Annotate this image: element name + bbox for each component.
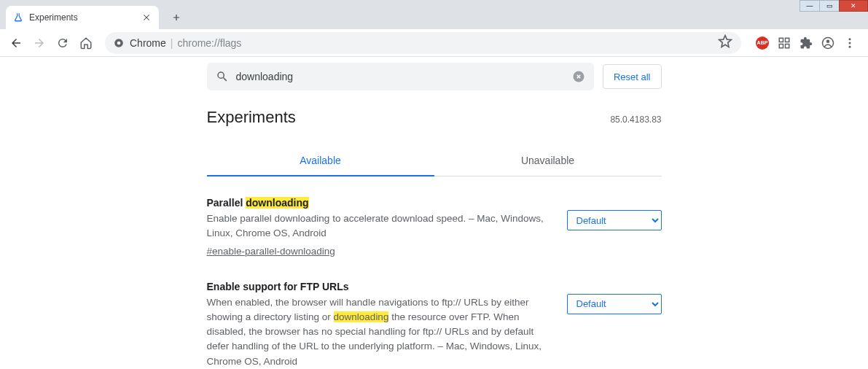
flags-list: Parallel downloading Enable parallel dow…: [207, 197, 662, 369]
search-row: Reset all: [207, 63, 662, 90]
profile-avatar-icon[interactable]: [821, 36, 834, 50]
highlight-text: downloading: [334, 311, 389, 322]
flags-search-box[interactable]: [207, 63, 594, 90]
grid-extension-icon[interactable]: [778, 36, 791, 50]
svg-rect-4: [779, 44, 783, 47]
back-button[interactable]: [6, 33, 26, 53]
address-divider: |: [171, 37, 173, 49]
page-title: Experiments: [207, 108, 296, 127]
clear-search-icon[interactable]: [572, 70, 585, 83]
svg-point-10: [849, 45, 851, 47]
flag-item: Parallel downloading Enable parallel dow…: [207, 197, 662, 257]
svg-point-1: [117, 41, 121, 44]
tab-available[interactable]: Available: [207, 146, 434, 176]
extension-icons: ABP: [750, 36, 862, 50]
tab-unavailable[interactable]: Unavailable: [434, 146, 662, 176]
window-maximize-button[interactable]: ▭: [819, 0, 840, 12]
page-content: Reset all Experiments 85.0.4183.83 Avail…: [0, 57, 868, 369]
window-minimize-button[interactable]: —: [799, 0, 820, 12]
browser-toolbar: Chrome | chrome://flags ABP: [0, 29, 868, 57]
address-text: Chrome | chrome://flags: [130, 37, 241, 49]
search-icon: [216, 70, 229, 83]
reload-button[interactable]: [52, 33, 73, 53]
flask-icon: [13, 12, 23, 23]
svg-rect-5: [786, 44, 789, 47]
window-controls: — ▭ ✕: [800, 0, 868, 9]
flag-item: Enable support for FTP URLs When enabled…: [207, 281, 662, 370]
bookmark-star-icon[interactable]: [718, 34, 732, 52]
menu-dots-icon[interactable]: [843, 36, 856, 50]
forward-button[interactable]: [29, 33, 50, 53]
reset-all-button[interactable]: Reset all: [603, 64, 662, 89]
abp-extension-icon[interactable]: ABP: [756, 36, 769, 50]
address-bar[interactable]: Chrome | chrome://flags: [105, 32, 741, 54]
flag-select[interactable]: Default: [567, 210, 662, 230]
tab-strip: Experiments: [0, 0, 868, 29]
flag-title: Enable support for FTP URLs: [207, 281, 552, 292]
svg-rect-3: [786, 38, 789, 42]
page-header: Experiments 85.0.4183.83: [207, 108, 662, 127]
flag-anchor-link[interactable]: #enable-parallel-downloading: [207, 246, 335, 257]
tab-title: Experiments: [29, 12, 141, 23]
address-prefix: Chrome: [130, 37, 166, 49]
search-input[interactable]: [236, 71, 572, 82]
version-label: 85.0.4183.83: [610, 114, 661, 125]
window-close-button[interactable]: ✕: [839, 0, 868, 12]
home-button[interactable]: [76, 33, 96, 53]
flag-description: When enabled, the browser will handle na…: [207, 295, 552, 369]
browser-tab-active[interactable]: Experiments: [6, 6, 159, 29]
puzzle-extension-icon[interactable]: [799, 36, 813, 50]
svg-point-8: [849, 38, 851, 40]
svg-point-7: [826, 39, 830, 43]
flag-title: Parallel downloading: [207, 197, 552, 209]
close-icon[interactable]: [141, 12, 152, 23]
svg-point-9: [849, 42, 851, 44]
content-tabs: Available Unavailable: [207, 146, 662, 176]
highlight-text: downloading: [246, 197, 308, 209]
new-tab-button[interactable]: [166, 7, 187, 28]
flag-description: Enable parallel downloading to accelerat…: [207, 211, 552, 241]
flag-select[interactable]: Default: [567, 294, 662, 314]
address-url: chrome://flags: [177, 37, 241, 49]
chrome-icon: [114, 38, 124, 48]
svg-rect-2: [779, 38, 783, 42]
